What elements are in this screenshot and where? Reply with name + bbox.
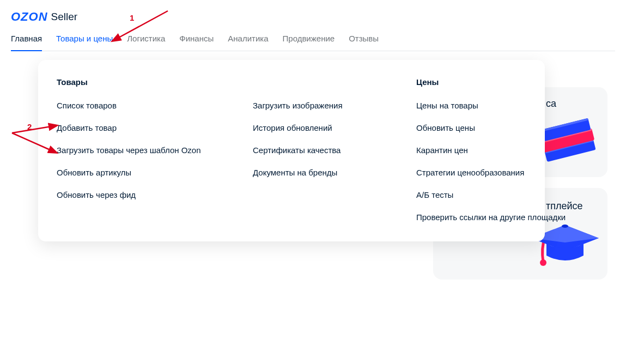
svg-point-9 [562,225,568,228]
link-upload-images[interactable]: Загрузить изображения [253,101,384,110]
link-update-feed[interactable]: Обновить через фид [57,190,220,199]
link-pricing-strategies[interactable]: Стратегии ценообразования [416,168,580,177]
nav-item-main[interactable]: Главная [11,34,42,51]
link-quality-certs[interactable]: Сертификаты качества [253,145,384,155]
dropdown-col-products: Товары Список товаров Добавить товар Заг… [57,77,220,222]
link-upload-template[interactable]: Загрузить товары через шаблон Ozon [57,145,220,155]
link-product-list[interactable]: Список товаров [57,101,220,110]
link-update-history[interactable]: История обновлений [253,123,384,132]
header: OZON Seller Главная Товары и цены Логист… [0,0,626,51]
dropdown-heading-products: Товары [57,77,220,87]
nav-item-logistics[interactable]: Логистика [127,34,165,51]
dropdown-col-prices: Цены Цены на товары Обновить цены Карант… [416,77,580,222]
link-update-prices[interactable]: Обновить цены [416,123,580,132]
nav-item-analytics[interactable]: Аналитика [228,34,268,51]
link-product-prices[interactable]: Цены на товары [416,101,580,110]
link-check-links[interactable]: Проверить ссылки на другие площадки [416,213,580,222]
link-brand-docs[interactable]: Документы на бренды [253,168,384,177]
main-nav: Главная Товары и цены Логистика Финансы … [11,34,615,51]
dropdown-heading-prices: Цены [416,77,580,87]
logo-suffix: Seller [51,11,78,23]
nav-item-finance[interactable]: Финансы [179,34,214,51]
link-ab-tests[interactable]: А/Б тесты [416,190,580,199]
nav-item-products-prices[interactable]: Товары и цены [56,34,113,51]
dropdown-col-products-2: . Загрузить изображения История обновлен… [253,77,384,222]
nav-item-reviews[interactable]: Отзывы [349,34,379,51]
annotation-label-2: 2 [27,122,32,131]
svg-point-6 [540,259,546,266]
logo[interactable]: OZON Seller [11,10,615,24]
logo-brand: OZON [11,10,48,24]
nav-item-promotion[interactable]: Продвижение [283,34,335,51]
link-price-quarantine[interactable]: Карантин цен [416,145,580,155]
link-update-sku[interactable]: Обновить артикулы [57,168,220,177]
link-add-product[interactable]: Добавить товар [57,123,220,132]
products-prices-dropdown: Товары Список товаров Добавить товар Заг… [38,60,545,241]
